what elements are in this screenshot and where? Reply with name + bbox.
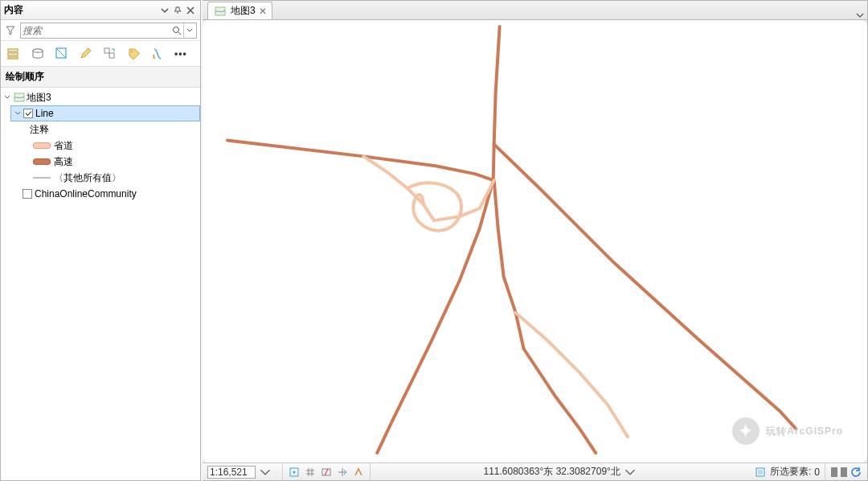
- scale-dropdown-icon[interactable]: [259, 466, 272, 479]
- coords-group: 111.6080363°东 32.3082709°北: [478, 463, 641, 480]
- svg-rect-15: [758, 470, 763, 475]
- map-icon: [215, 6, 226, 17]
- svg-point-12: [293, 471, 296, 473]
- pin-icon[interactable]: [171, 4, 184, 17]
- basemap-label: ChinaOnlineCommunity: [35, 188, 137, 199]
- legend-other-label: 〈其他所有值〉: [54, 171, 121, 185]
- coords-dropdown-icon[interactable]: [624, 466, 637, 479]
- map-svg: [203, 20, 867, 462]
- contents-panel: 内容: [0, 0, 201, 481]
- list-by-selection-icon[interactable]: [54, 46, 70, 62]
- list-by-editing-icon[interactable]: [78, 46, 94, 62]
- map-node-label: 地图3: [27, 91, 51, 105]
- shengdao-symbol: [33, 142, 51, 149]
- other-symbol: [33, 177, 51, 179]
- dropdown-icon[interactable]: [158, 4, 171, 17]
- filter-icon[interactable]: [4, 23, 17, 39]
- coords-text: 111.6080363°东 32.3082709°北: [483, 465, 620, 479]
- selection-count: 0: [814, 467, 820, 478]
- legend-gaosu[interactable]: 高速: [28, 154, 200, 170]
- search-box: [20, 23, 197, 39]
- list-by-labeling-icon[interactable]: [126, 46, 142, 62]
- svg-rect-7: [109, 53, 114, 58]
- search-input[interactable]: [23, 23, 170, 38]
- map-view-area: 地图3 ✕ ✦: [203, 0, 868, 481]
- anno-label: 注释: [30, 123, 49, 137]
- svg-rect-2: [8, 53, 18, 56]
- map-node[interactable]: 地图3: [1, 89, 200, 105]
- legend-gaosu-label: 高速: [54, 155, 73, 169]
- scale-value: 1:16,521: [210, 467, 248, 478]
- tab-close-icon[interactable]: ✕: [259, 6, 267, 17]
- status-bar: 1:16,521 · 111.6080363°东 32.3082709°北 所选…: [203, 462, 867, 480]
- svg-point-0: [174, 27, 179, 32]
- inference-icon[interactable]: [352, 466, 365, 479]
- anno-row: 注释: [28, 121, 200, 138]
- refresh-icon[interactable]: [850, 466, 862, 479]
- selection-icon[interactable]: [754, 466, 767, 479]
- drawing-order-section: 绘制顺序: [1, 67, 200, 88]
- view-tabs: 地图3 ✕: [203, 1, 867, 20]
- pause-icon[interactable]: [831, 467, 837, 477]
- collapse-icon[interactable]: [13, 109, 23, 118]
- map-icon: [14, 92, 25, 103]
- scale-group: 1:16,521 ·: [203, 463, 283, 480]
- selection-group: 所选要素: 0: [749, 463, 825, 480]
- draw-control-group: [825, 463, 867, 480]
- search-dropdown-icon[interactable]: [183, 23, 194, 38]
- search-icon[interactable]: [170, 26, 183, 35]
- basemap-row[interactable]: ChinaOnlineCommunity: [10, 186, 200, 202]
- collapse-icon[interactable]: [2, 92, 12, 102]
- contents-title: 内容: [4, 3, 158, 17]
- layer-line-label: Line: [35, 108, 54, 119]
- selection-label: 所选要素:: [770, 465, 811, 479]
- svg-point-8: [131, 51, 133, 52]
- map-canvas[interactable]: [203, 20, 867, 462]
- more-icon[interactable]: •••: [174, 48, 187, 60]
- contents-toolbar: •••: [1, 41, 200, 67]
- gaosu-symbol: [33, 158, 51, 165]
- layer-visibility-checkbox[interactable]: [23, 109, 33, 118]
- list-by-drawing-order-icon[interactable]: [6, 46, 22, 62]
- list-by-source-icon[interactable]: [30, 46, 46, 62]
- snap-icon[interactable]: [288, 466, 301, 479]
- list-by-snapping-icon[interactable]: [102, 46, 118, 62]
- legend-shengdao[interactable]: 省道: [28, 138, 200, 154]
- view-tools-group: [283, 463, 371, 480]
- layer-line[interactable]: Line: [10, 105, 200, 121]
- close-icon[interactable]: [184, 4, 197, 17]
- grid-icon[interactable]: [304, 466, 317, 479]
- corrections-icon[interactable]: [320, 466, 333, 479]
- scale-input[interactable]: 1:16,521: [207, 466, 256, 479]
- legend-shengdao-label: 省道: [54, 139, 73, 153]
- list-by-perspective-icon[interactable]: [150, 46, 166, 62]
- contents-header: 内容: [1, 1, 200, 20]
- view-tabs-dropdown-icon[interactable]: [853, 11, 867, 19]
- basemap-visibility-checkbox[interactable]: [23, 189, 32, 199]
- layer-tree: 地图3 Line 注释 省道 高速 〈其他所有值〉 ChinaOnlineCom…: [1, 88, 200, 204]
- search-row: [1, 20, 200, 41]
- svg-rect-1: [8, 49, 18, 51]
- legend-other[interactable]: 〈其他所有值〉: [28, 170, 200, 186]
- pause-icon[interactable]: [841, 467, 847, 477]
- map-tab-label: 地图3: [231, 4, 256, 18]
- dynamic-constraints-icon[interactable]: [336, 466, 349, 479]
- svg-point-4: [33, 48, 43, 51]
- svg-rect-6: [104, 48, 109, 53]
- svg-rect-3: [8, 57, 18, 59]
- map-tab[interactable]: 地图3 ✕: [207, 2, 272, 19]
